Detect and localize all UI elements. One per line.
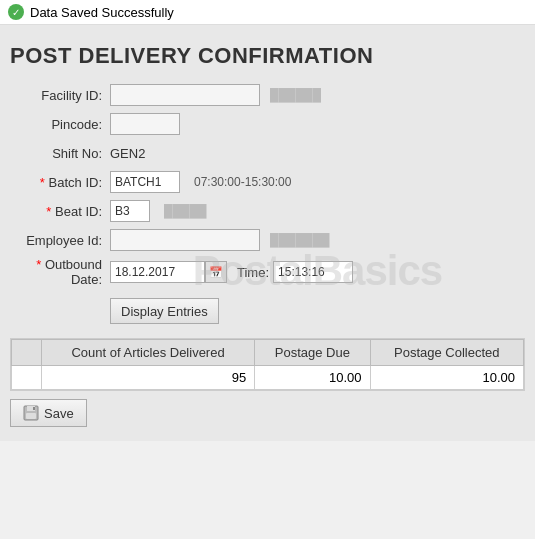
facility-input[interactable] xyxy=(110,84,260,106)
time-input[interactable] xyxy=(273,261,353,283)
status-text: Data Saved Successfully xyxy=(30,5,174,20)
main-container: POST DELIVERY CONFIRMATION Facility ID: … xyxy=(0,25,535,441)
batchid-label: Batch ID: xyxy=(10,175,110,190)
cell-postage-collected: 10.00 xyxy=(370,366,523,390)
batchid-side: 07:30:00-15:30:00 xyxy=(194,175,291,189)
svg-rect-2 xyxy=(26,413,36,419)
beatid-input[interactable] xyxy=(110,200,150,222)
batchid-input[interactable] xyxy=(110,171,180,193)
employee-row: Employee Id: ███████ xyxy=(10,228,525,252)
cell-0 xyxy=(12,366,42,390)
data-table: Count of Articles Delivered Postage Due … xyxy=(11,339,524,390)
col-header-2: Postage Due xyxy=(255,340,370,366)
col-header-1: Count of Articles Delivered xyxy=(42,340,255,366)
table-header-row: Count of Articles Delivered Postage Due … xyxy=(12,340,524,366)
facility-label: Facility ID: xyxy=(10,88,110,103)
employee-input[interactable] xyxy=(110,229,260,251)
employee-label: Employee Id: xyxy=(10,233,110,248)
pincode-input[interactable] xyxy=(110,113,180,135)
calendar-button[interactable]: 📅 xyxy=(205,261,227,283)
display-entries-row: Display Entries xyxy=(10,292,525,330)
shift-row: Shift No: GEN2 xyxy=(10,141,525,165)
shift-value: GEN2 xyxy=(110,146,145,161)
cell-articles: 95 xyxy=(42,366,255,390)
svg-rect-3 xyxy=(33,407,35,410)
outbound-label: Outbound Date: xyxy=(10,257,110,287)
batchid-row: Batch ID: 07:30:00-15:30:00 xyxy=(10,170,525,194)
page-title: POST DELIVERY CONFIRMATION xyxy=(10,25,525,83)
beatid-label: Beat ID: xyxy=(10,204,110,219)
beatid-side: █████ xyxy=(164,204,207,218)
table-section: Count of Articles Delivered Postage Due … xyxy=(10,338,525,391)
col-header-0 xyxy=(12,340,42,366)
table-row: 95 10.00 10.00 xyxy=(12,366,524,390)
pincode-label: Pincode: xyxy=(10,117,110,132)
outbound-row: Outbound Date: 📅 Time: xyxy=(10,257,525,287)
outbound-date-input[interactable] xyxy=(110,261,205,283)
facility-side-text: ██████ xyxy=(270,88,321,102)
save-button[interactable]: Save xyxy=(10,399,87,427)
cell-postage-due: 10.00 xyxy=(255,366,370,390)
save-icon xyxy=(23,405,39,421)
beatid-row: Beat ID: █████ xyxy=(10,199,525,223)
top-bar: ✓ Data Saved Successfully xyxy=(0,0,535,25)
form-section: Facility ID: ██████ Pincode: Shift No: G… xyxy=(10,83,525,431)
shift-label: Shift No: xyxy=(10,146,110,161)
pincode-row: Pincode: xyxy=(10,112,525,136)
time-label: Time: xyxy=(237,265,269,280)
success-icon: ✓ xyxy=(8,4,24,20)
display-entries-button[interactable]: Display Entries xyxy=(110,298,219,324)
save-label: Save xyxy=(44,406,74,421)
employee-side: ███████ xyxy=(270,233,330,247)
save-section: Save xyxy=(10,391,525,431)
col-header-3: Postage Collected xyxy=(370,340,523,366)
facility-row: Facility ID: ██████ xyxy=(10,83,525,107)
